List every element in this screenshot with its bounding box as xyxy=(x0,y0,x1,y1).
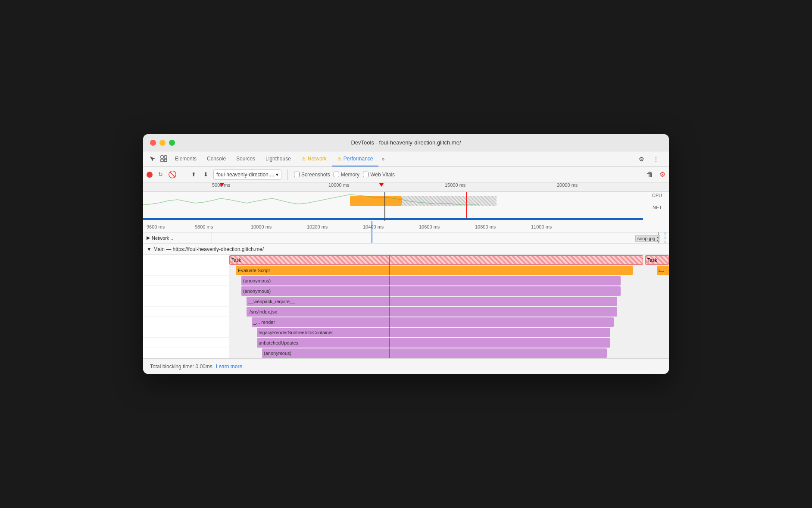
download-button[interactable]: ⬇ xyxy=(201,170,210,179)
anon-3-cursor xyxy=(389,348,390,358)
record-toolbar: ↻ 🚫 ⬆ ⬇ foul-heavenly-direction.... ▾ Sc… xyxy=(143,167,669,182)
flame-track-render: _... render xyxy=(229,317,669,327)
flame-block-render[interactable]: _... render xyxy=(252,317,614,327)
screenshots-checkbox-group[interactable]: Screenshots xyxy=(294,172,330,178)
svg-rect-2 xyxy=(161,159,163,162)
upload-button[interactable]: ⬆ xyxy=(189,170,198,179)
tab-console[interactable]: Console xyxy=(202,151,231,166)
minimize-button[interactable] xyxy=(159,140,166,146)
flame-row-webpack[interactable]: __webpack_require__ xyxy=(143,296,669,307)
clear-button[interactable]: 🚫 xyxy=(168,170,177,179)
record-button[interactable] xyxy=(147,172,153,178)
flame-row-render[interactable]: _... render xyxy=(143,317,669,327)
tab-network-label: Network xyxy=(308,156,327,162)
flame-label-src xyxy=(143,307,229,317)
flame-block-src[interactable]: ./src/index.jsx xyxy=(247,307,617,317)
reload-button[interactable]: ↻ xyxy=(156,170,165,179)
main-section-header: ▼ Main — https://foul-heavenly-direction… xyxy=(143,244,669,255)
flame-row-anon-1[interactable]: (anonymous) xyxy=(143,276,669,286)
render-cursor xyxy=(389,317,390,327)
overview-network-bar xyxy=(143,218,643,220)
flame-block-task-main[interactable]: Task xyxy=(229,255,643,265)
flame-row-legacy[interactable]: legacyRenderSubtreeIntoContainer xyxy=(143,327,669,338)
unbatched-label: unbatchedUpdates xyxy=(259,340,298,345)
marker-1 xyxy=(220,183,224,187)
legacy-cursor xyxy=(389,327,390,337)
flame-track-evaluate: Evaluate Script L... xyxy=(229,265,669,275)
flame-block-anon-3[interactable]: (anonymous) xyxy=(262,348,607,358)
flame-label-anon-1 xyxy=(143,276,229,285)
tab-network[interactable]: ⚠ Network xyxy=(296,151,332,166)
network-expand-icon[interactable]: ▶ xyxy=(147,235,150,241)
flame-block-unbatched[interactable]: unbatchedUpdates xyxy=(257,338,610,348)
flame-label-anon-3 xyxy=(143,348,229,358)
flame-label-legacy xyxy=(143,327,229,337)
flame-track-webpack: __webpack_require__ xyxy=(229,296,669,306)
timeline-content[interactable] xyxy=(143,192,669,221)
url-select[interactable]: foul-heavenly-direction.... ▾ xyxy=(213,169,281,180)
screenshots-checkbox[interactable] xyxy=(294,172,300,177)
tab-cursor[interactable] xyxy=(147,151,158,166)
flame-row-task[interactable]: Task Task xyxy=(143,255,669,265)
tab-elements[interactable]: Elements xyxy=(170,151,202,166)
flame-block-legacy[interactable]: legacyRenderSubtreeIntoContainer xyxy=(257,328,610,337)
more-options-button[interactable]: ⋮ xyxy=(650,153,662,165)
flame-rows-container: Task Task Evaluate Script L... xyxy=(143,255,669,358)
task-cursor xyxy=(389,255,390,265)
legacy-label: legacyRenderSubtreeIntoContainer xyxy=(259,330,333,335)
ruler-10000: 10000 ms xyxy=(251,224,272,229)
timeline-overview[interactable]: 5000 ms 10000 ms 15000 ms 20000 ms CPU N… xyxy=(143,182,669,221)
flame-track-anon-2: (anonymous) xyxy=(229,286,669,296)
anon-3-label: (anonymous) xyxy=(264,351,291,356)
flame-label-webpack xyxy=(143,296,229,306)
flame-row-src[interactable]: ./src/index.jsx xyxy=(143,307,669,317)
tab-inspect[interactable] xyxy=(158,151,170,166)
dashed-1 xyxy=(658,232,659,243)
flame-label-anon-2 xyxy=(143,286,229,296)
unbatched-cursor xyxy=(389,338,390,348)
learn-more-link[interactable]: Learn more xyxy=(216,364,242,370)
flame-block-evaluate-mini[interactable]: L... xyxy=(657,266,669,275)
devtools-window: DevTools - foul-heavenly-direction.glitc… xyxy=(143,134,669,374)
flame-block-anon-2[interactable]: (anonymous) xyxy=(241,286,621,296)
flame-row-evaluate[interactable]: Evaluate Script L... xyxy=(143,265,669,276)
tab-console-label: Console xyxy=(207,156,226,162)
ruler-10800: 10800 ms xyxy=(475,224,496,229)
anon-2-label: (anonymous) xyxy=(243,288,271,294)
flame-block-task-mini[interactable]: Task xyxy=(645,255,669,265)
settings-button[interactable]: ⚙ xyxy=(635,153,647,165)
flame-block-webpack[interactable]: __webpack_require__ xyxy=(247,297,617,306)
tab-bar: Elements Console Sources Lighthouse ⚠ Ne… xyxy=(143,151,669,167)
maximize-button[interactable] xyxy=(169,140,175,146)
settings-gear-button[interactable]: ⚙ xyxy=(659,170,665,179)
tab-sources[interactable]: Sources xyxy=(231,151,260,166)
window-title: DevTools - foul-heavenly-direction.glitc… xyxy=(351,139,461,146)
flame-row-anon-2[interactable]: (anonymous) xyxy=(143,286,669,296)
evaluate-label: Evaluate Script xyxy=(238,268,270,273)
flame-block-evaluate[interactable]: Evaluate Script xyxy=(236,266,633,275)
src-cursor xyxy=(389,307,390,317)
web-vitals-checkbox[interactable] xyxy=(363,172,369,177)
flame-track-legacy: legacyRenderSubtreeIntoContainer xyxy=(229,327,669,337)
memory-checkbox[interactable] xyxy=(334,172,339,177)
ruler-mark-15000: 15000 ms xyxy=(445,182,465,188)
tab-more-button[interactable]: » xyxy=(378,151,388,166)
memory-checkbox-group[interactable]: Memory xyxy=(334,172,359,178)
web-vitals-checkbox-group[interactable]: Web Vitals xyxy=(363,172,395,178)
flame-row-anon-3[interactable]: (anonymous) xyxy=(143,348,669,358)
flamechart-ruler: 9600 ms 9800 ms 10000 ms 10200 ms 10400 … xyxy=(143,221,669,232)
tab-performance[interactable]: ⚠ Performance xyxy=(332,151,378,166)
main-section-toggle[interactable]: ▼ xyxy=(147,246,152,252)
close-button[interactable] xyxy=(150,140,156,146)
evaluate-mini-label: L... xyxy=(659,268,664,273)
marker-2 xyxy=(379,183,384,187)
flame-block-anon-1[interactable]: (anonymous) xyxy=(241,276,621,285)
ruler-mark-20000: 20000 ms xyxy=(557,182,578,188)
network-track xyxy=(212,232,669,243)
flame-row-unbatched[interactable]: unbatchedUpdates xyxy=(143,338,669,348)
trash-button[interactable]: 🗑 xyxy=(646,171,653,179)
ruler-9800: 9800 ms xyxy=(195,224,213,229)
tab-lighthouse-label: Lighthouse xyxy=(265,156,291,162)
tab-lighthouse[interactable]: Lighthouse xyxy=(260,151,296,166)
ruler-11000: 11000 ms xyxy=(531,224,552,229)
